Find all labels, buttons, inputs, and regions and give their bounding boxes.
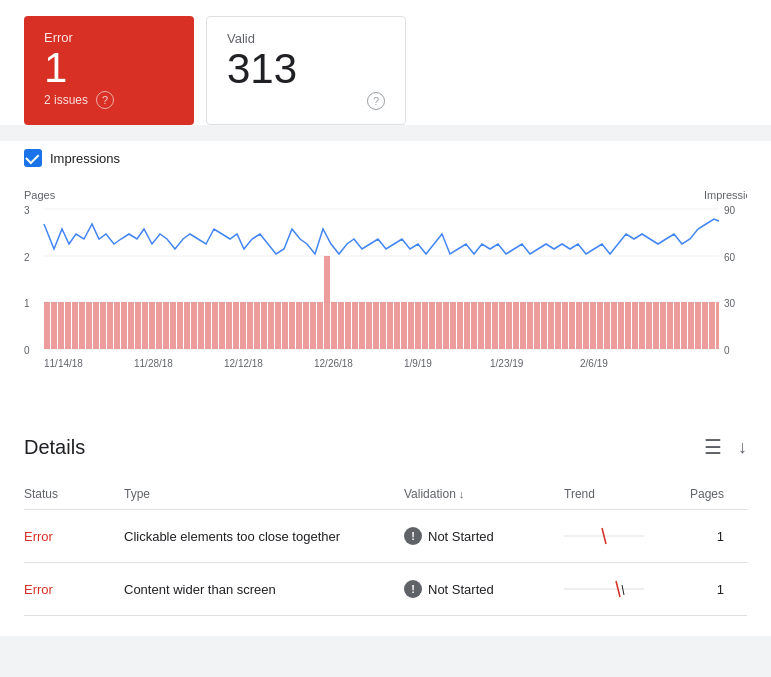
svg-rect-86 (548, 302, 554, 349)
col-type: Type (124, 487, 404, 501)
svg-rect-38 (212, 302, 218, 349)
svg-rect-21 (93, 302, 99, 349)
row1-validation-text: Not Started (428, 529, 494, 544)
svg-rect-72 (450, 302, 456, 349)
svg-rect-77 (485, 302, 491, 349)
svg-rect-17 (65, 302, 71, 349)
error-number: 1 (44, 45, 174, 91)
svg-rect-105 (681, 302, 687, 349)
svg-rect-87 (555, 302, 561, 349)
svg-rect-48 (282, 302, 288, 349)
svg-rect-96 (618, 302, 624, 349)
svg-rect-89 (569, 302, 575, 349)
svg-rect-63 (387, 302, 393, 349)
svg-text:11/28/18: 11/28/18 (134, 358, 173, 369)
error-label: Error (44, 30, 174, 45)
svg-rect-32 (170, 302, 176, 349)
row2-pages: 1 (664, 582, 724, 597)
svg-rect-50 (296, 302, 302, 349)
svg-rect-22 (100, 302, 106, 349)
svg-rect-110 (716, 302, 719, 349)
svg-rect-104 (674, 302, 680, 349)
row1-trend (564, 524, 664, 548)
table-row: Error Content wider than screen ! Not St… (24, 563, 747, 616)
svg-rect-80 (506, 302, 512, 349)
col-status: Status (24, 487, 124, 501)
valid-help-icon[interactable]: ? (367, 92, 385, 110)
error-help-icon[interactable]: ? (96, 91, 114, 109)
svg-rect-43 (247, 302, 253, 349)
svg-rect-62 (380, 302, 386, 349)
svg-rect-92 (590, 302, 596, 349)
col-trend: Trend (564, 487, 664, 501)
svg-rect-52 (310, 302, 316, 349)
row1-status: Error (24, 529, 124, 544)
svg-rect-61 (373, 302, 379, 349)
svg-rect-109 (709, 302, 715, 349)
svg-rect-51 (303, 302, 309, 349)
chart-area: Pages Impressions 3 2 1 0 90 60 30 0 (24, 179, 747, 399)
svg-rect-99 (639, 302, 645, 349)
row2-validation: ! Not Started (404, 580, 564, 598)
svg-rect-97 (625, 302, 631, 349)
details-title: Details (24, 436, 85, 459)
svg-rect-78 (492, 302, 498, 349)
col-validation[interactable]: Validation ↓ (404, 487, 564, 501)
table-row: Error Clickable elements too close toget… (24, 510, 747, 563)
valid-label: Valid (227, 31, 385, 46)
row2-validation-text: Not Started (428, 582, 494, 597)
svg-rect-57 (345, 302, 351, 349)
row1-validation: ! Not Started (404, 527, 564, 545)
svg-text:60: 60 (724, 252, 736, 263)
valid-number: 313 (227, 46, 385, 92)
svg-rect-28 (142, 302, 148, 349)
svg-text:Pages: Pages (24, 189, 56, 201)
svg-text:0: 0 (24, 345, 30, 356)
error-bars (44, 256, 719, 349)
svg-rect-44 (254, 302, 260, 349)
svg-rect-19 (79, 302, 85, 349)
impressions-checkbox[interactable] (24, 149, 42, 167)
svg-rect-23 (107, 302, 113, 349)
svg-line-122 (622, 585, 624, 595)
svg-rect-66 (408, 302, 414, 349)
svg-text:2/6/19: 2/6/19 (580, 358, 608, 369)
row2-type: Content wider than screen (124, 582, 404, 597)
row2-status: Error (24, 582, 124, 597)
svg-rect-31 (163, 302, 169, 349)
svg-rect-74 (464, 302, 470, 349)
download-icon[interactable]: ↓ (738, 437, 747, 458)
svg-rect-90 (576, 302, 582, 349)
svg-text:12/12/18: 12/12/18 (224, 358, 263, 369)
svg-rect-85 (541, 302, 547, 349)
svg-rect-75 (471, 302, 477, 349)
info-icon-1: ! (404, 527, 422, 545)
svg-rect-84 (534, 302, 540, 349)
svg-rect-69 (429, 302, 435, 349)
svg-text:0: 0 (724, 345, 730, 356)
svg-rect-108 (702, 302, 708, 349)
svg-rect-47 (275, 302, 281, 349)
svg-rect-33 (177, 302, 183, 349)
svg-rect-88 (562, 302, 568, 349)
svg-text:2: 2 (24, 252, 30, 263)
chart-svg: Pages Impressions 3 2 1 0 90 60 30 0 (24, 179, 747, 399)
sort-icon: ↓ (459, 488, 465, 500)
svg-rect-16 (58, 302, 64, 349)
error-card: Error 1 2 issues ? (24, 16, 194, 125)
svg-rect-106 (688, 302, 694, 349)
svg-rect-91 (583, 302, 589, 349)
svg-rect-107 (695, 302, 701, 349)
error-issues: 2 issues (44, 93, 88, 107)
svg-text:3: 3 (24, 205, 30, 216)
filter-icon[interactable]: ☰ (704, 435, 722, 459)
impressions-label: Impressions (50, 151, 120, 166)
svg-rect-54 (324, 256, 330, 349)
svg-rect-14 (44, 302, 50, 349)
svg-rect-40 (226, 302, 232, 349)
svg-rect-42 (240, 302, 246, 349)
svg-rect-98 (632, 302, 638, 349)
svg-rect-83 (527, 302, 533, 349)
svg-rect-24 (114, 302, 120, 349)
svg-rect-103 (667, 302, 673, 349)
